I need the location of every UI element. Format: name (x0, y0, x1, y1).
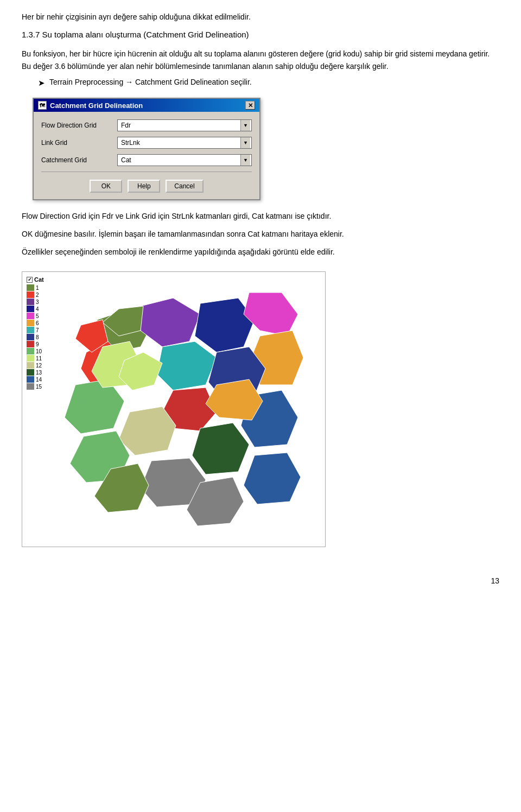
desc1: Flow Direction Grid için Fdr ve Link Gri… (22, 210, 499, 223)
dropdown-value-0: Fdr (119, 122, 240, 129)
legend-item: 12 (27, 362, 54, 369)
legend-color-swatch (27, 369, 34, 376)
legend-item: 6 (27, 320, 54, 326)
legend-color-swatch (27, 348, 34, 354)
legend-num: 9 (36, 341, 39, 347)
legend-num: 8 (36, 334, 39, 340)
section-title: 1.3.7 Su toplama alanı oluşturma (Catchm… (22, 28, 499, 41)
legend-item: 2 (27, 291, 54, 298)
legend-num: 10 (36, 348, 42, 354)
dialog-label-1: Link Grid (41, 139, 117, 147)
page-number: 13 (22, 576, 499, 585)
legend-item: 5 (27, 313, 54, 319)
legend-items: 123456789101112131415 (27, 284, 54, 390)
dialog-cancel-button[interactable]: Cancel (166, 180, 203, 193)
dialog-app-icon: 🗺 (38, 101, 47, 110)
legend-item: 11 (27, 355, 54, 361)
desc2: OK düğmesine basılır. İşlemin başarı ile… (22, 228, 499, 240)
legend-num: 4 (36, 306, 39, 312)
map-visualization (54, 276, 309, 542)
desc3: Özellikler seçeneğinden semboloji ile re… (22, 246, 499, 258)
legend-item: 7 (27, 327, 54, 333)
dropdown-value-2: Cat (119, 156, 240, 164)
legend-item: 13 (27, 369, 54, 376)
legend-num: 5 (36, 313, 39, 319)
legend-num: 15 (36, 384, 42, 390)
dropdown-arrow-2: ▼ (240, 155, 250, 166)
legend-color-swatch (27, 291, 34, 298)
legend-num: 13 (36, 370, 42, 376)
legend-item: 15 (27, 383, 54, 390)
dropdown-value-1: StrLnk (119, 139, 240, 147)
legend-item: 4 (27, 306, 54, 312)
legend-num: 12 (36, 363, 42, 369)
dialog-titlebar: 🗺 Catchment Grid Delineation ✕ (34, 99, 259, 112)
map-wrapper: ✓ Cat 123456789101112131415 (22, 271, 326, 547)
legend-num: 7 (36, 327, 39, 333)
dialog-row-2: Catchment Grid Cat ▼ (41, 154, 252, 166)
legend-num: 6 (36, 320, 39, 326)
legend-color-swatch (27, 376, 34, 383)
intro-text: Her bir nehir çizgisinin ayrı değere sah… (22, 11, 499, 23)
legend-color-swatch (27, 383, 34, 390)
map-svg-container (54, 276, 309, 542)
legend-color-swatch (27, 320, 34, 326)
dialog-dropdown-1[interactable]: StrLnk ▼ (117, 137, 252, 149)
legend-color-swatch (27, 284, 34, 291)
svg-marker-12 (192, 423, 249, 474)
dialog-dropdown-0[interactable]: Fdr ▼ (117, 119, 252, 131)
legend-checkbox: ✓ (27, 277, 33, 283)
legend-num: 3 (36, 299, 39, 305)
arrow-symbol: ➤ (38, 78, 45, 88)
legend-item: 10 (27, 348, 54, 354)
dialog-dropdown-2[interactable]: Cat ▼ (117, 154, 252, 166)
legend-item: 8 (27, 334, 54, 340)
legend-title: ✓ Cat (27, 276, 54, 283)
dialog-row-1: Link Grid StrLnk ▼ (41, 137, 252, 149)
svg-marker-22 (244, 453, 301, 504)
legend-color-swatch (27, 306, 34, 312)
dropdown-arrow-0: ▼ (240, 120, 250, 131)
dialog-wrapper: 🗺 Catchment Grid Delineation ✕ Flow Dire… (33, 98, 499, 200)
legend-item: 9 (27, 341, 54, 347)
map-content: ✓ Cat 123456789101112131415 (27, 276, 321, 542)
instruction-text: Terrain Preprocessing → Catchment Grid D… (49, 78, 252, 86)
svg-marker-6 (157, 341, 217, 390)
section-description: Bu fonksiyon, her bir hücre için hücreni… (22, 48, 499, 72)
dialog-title-text: Catchment Grid Delineation (50, 101, 143, 110)
dropdown-arrow-1: ▼ (240, 137, 250, 148)
legend-color-swatch (27, 355, 34, 361)
legend-color-swatch (27, 299, 34, 305)
svg-marker-4 (244, 293, 298, 336)
legend-color-swatch (27, 327, 34, 333)
svg-marker-9 (65, 379, 124, 434)
svg-marker-11 (119, 407, 176, 455)
legend-color-swatch (27, 313, 34, 319)
dialog-close-button[interactable]: ✕ (245, 101, 255, 110)
legend-label: Cat (34, 276, 44, 283)
catchment-grid-dialog: 🗺 Catchment Grid Delineation ✕ Flow Dire… (33, 98, 260, 200)
dialog-buttons: OK Help Cancel (41, 176, 252, 193)
legend-num: 2 (36, 292, 39, 298)
legend-color-swatch (27, 341, 34, 347)
legend-num: 11 (36, 356, 42, 361)
map-legend: ✓ Cat 123456789101112131415 (27, 276, 54, 542)
legend-color-swatch (27, 362, 34, 369)
dialog-separator (41, 172, 252, 172)
legend-color-swatch (27, 334, 34, 340)
legend-item: 1 (27, 284, 54, 291)
svg-marker-2 (141, 298, 200, 347)
dialog-ok-button[interactable]: OK (90, 180, 122, 193)
legend-num: 14 (36, 377, 42, 383)
titlebar-left: 🗺 Catchment Grid Delineation (38, 101, 143, 110)
legend-item: 3 (27, 299, 54, 305)
dialog-label-0: Flow Direction Grid (41, 122, 117, 129)
instruction-arrow-item: ➤ Terrain Preprocessing → Catchment Grid… (38, 78, 499, 88)
dialog-help-button[interactable]: Help (128, 180, 160, 193)
dialog-row-0: Flow Direction Grid Fdr ▼ (41, 119, 252, 131)
legend-num: 1 (36, 285, 39, 291)
legend-item: 14 (27, 376, 54, 383)
dialog-label-2: Catchment Grid (41, 156, 117, 164)
dialog-body: Flow Direction Grid Fdr ▼ Link Grid StrL… (34, 112, 259, 199)
